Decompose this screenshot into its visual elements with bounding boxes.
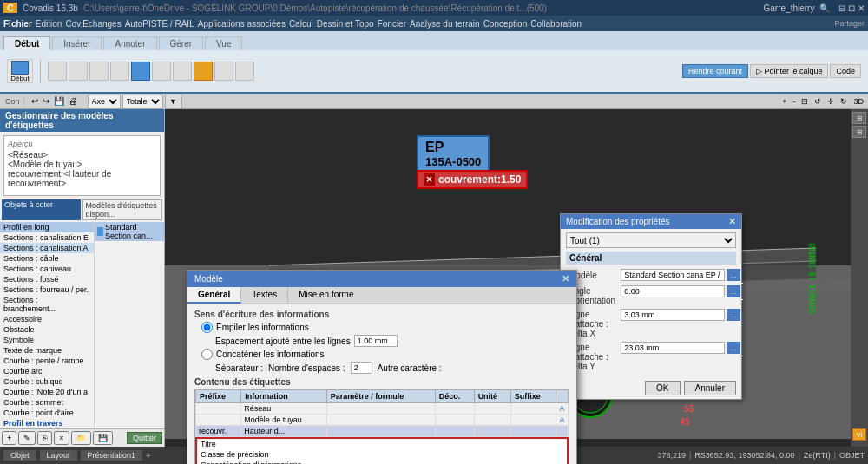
props-dialog-close[interactable]: ✕ <box>728 216 736 227</box>
icon-print[interactable]: 🖨 <box>67 96 79 106</box>
list-item-obstacle[interactable]: Obstacle <box>0 324 94 335</box>
list-item-acc[interactable]: Accessoire <box>0 314 94 324</box>
dd-item-concat[interactable]: Concaténation d'informations <box>197 460 567 464</box>
list-item-canal2[interactable]: Sections : canalisation A <box>0 243 94 253</box>
list-item-fosse[interactable]: Sections : fossé <box>0 274 94 284</box>
table-row-0[interactable]: Réseau A <box>196 403 569 415</box>
icon-move[interactable]: ✛ <box>825 96 837 107</box>
btn-del-model[interactable]: × <box>54 431 69 445</box>
btn-cancel[interactable]: Annuler <box>684 381 736 395</box>
models-section-label[interactable]: Modèles d'étiquettes dispon... <box>82 199 163 220</box>
btn-ok[interactable]: OK <box>645 381 680 395</box>
radio-concat-input[interactable] <box>201 349 213 360</box>
list-item-profil[interactable]: Profil en long <box>0 222 94 232</box>
table-row-2[interactable]: recouvr. Hauteur d... <box>196 426 569 437</box>
prop-btn-deltay[interactable]: ... <box>727 342 740 354</box>
prop-input-deltax[interactable] <box>621 309 725 321</box>
menu-collaboration[interactable]: Collaboration <box>530 19 582 29</box>
icon-zoom-out[interactable]: - <box>790 96 798 107</box>
tab-annoter[interactable]: Annoter <box>103 36 156 50</box>
share-btn[interactable]: Partager <box>834 19 865 28</box>
tab-inserer[interactable]: Insérer <box>52 36 102 50</box>
tab-layout[interactable]: Layout <box>40 450 77 461</box>
prop-btn-model[interactable]: ... <box>727 269 740 281</box>
list-item-note20[interactable]: Courbe : 'Note 20 d'un a <box>0 387 94 397</box>
icon-zoom-fit[interactable]: ⊡ <box>799 96 811 107</box>
tab-presentation[interactable]: Présentation1 <box>81 450 143 461</box>
list-item-cable[interactable]: Sections : câble <box>0 253 94 264</box>
model-item-standard[interactable]: Standard Section can... <box>95 222 164 241</box>
btn-copy-model[interactable]: ⎘ <box>37 431 52 445</box>
prop-btn-angle[interactable]: ... <box>727 285 740 297</box>
props-count-select[interactable]: Tout (1) <box>566 232 736 248</box>
btn-pointer-calque[interactable]: ▷ Pointer le calque <box>750 64 829 78</box>
dd-item-titre[interactable]: Titre <box>197 439 567 449</box>
btn-add-model[interactable]: + <box>2 431 16 445</box>
btn-dropdown-extra[interactable]: ▼ <box>165 95 182 108</box>
icon-rotate[interactable]: ↻ <box>838 96 850 107</box>
btn-rendre-courant[interactable]: Rendre courant <box>682 64 748 78</box>
list-item-profil-travers[interactable]: Profil en travers <box>0 418 94 428</box>
btn-quitter[interactable]: Quitter <box>127 432 162 444</box>
menu-foncier[interactable]: Foncier <box>378 19 406 29</box>
dd-item-classe[interactable]: Classe de précision <box>197 449 567 460</box>
row0-scroll[interactable]: A <box>556 403 569 415</box>
toolbar-btn-1[interactable] <box>48 62 67 81</box>
totale-select[interactable]: Totale <box>122 95 163 108</box>
model-editor-close[interactable]: ✕ <box>562 273 569 284</box>
btn-save-model[interactable]: 💾 <box>93 431 113 445</box>
close-cover-btn[interactable]: × <box>424 173 435 186</box>
tab-general[interactable]: Général <box>187 287 241 304</box>
menu-autopiste[interactable]: AutoPISTE / RAIL <box>125 19 194 29</box>
toolbar-btn-9[interactable] <box>214 62 233 81</box>
prop-btn-deltax[interactable]: ... <box>727 309 740 321</box>
list-item-pente[interactable]: Courbe : pente / rampe <box>0 356 94 366</box>
menu-calcul[interactable]: Calcul <box>289 19 313 29</box>
strip-btn-1[interactable]: ⊞ <box>852 112 866 124</box>
prop-input-deltay[interactable] <box>621 342 725 354</box>
btn-edit-model[interactable]: ✎ <box>18 431 36 445</box>
icon-save[interactable]: 💾 <box>52 96 66 106</box>
menu-analyse[interactable]: Analyse du terrain <box>410 19 480 29</box>
axis-select[interactable]: Axe <box>88 95 121 108</box>
list-item-branche[interactable]: Sections : branchement... <box>0 295 94 314</box>
btn-ortho[interactable]: Con <box>2 97 24 106</box>
toolbar-btn-5[interactable] <box>131 62 150 81</box>
tab-mise-en-forme[interactable]: Mise en forme <box>288 287 364 304</box>
toolbar-btn-2[interactable] <box>69 62 88 81</box>
nb-spaces-input[interactable] <box>351 362 372 374</box>
list-item-pt-aire[interactable]: Courbe : point d'aire <box>0 408 94 418</box>
list-item-canal1[interactable]: Sections : canalisation E <box>0 232 94 243</box>
prop-input-angle[interactable] <box>621 285 725 297</box>
list-item-arc[interactable]: Courbe arc <box>0 366 94 376</box>
menu-conception[interactable]: Conception <box>483 19 528 29</box>
toolbar-btn-10[interactable] <box>235 62 254 81</box>
btn-add-tab[interactable]: + <box>146 451 151 461</box>
menu-applications[interactable]: Applications associées <box>198 19 286 29</box>
table-row-1[interactable]: Modèle de tuyau A <box>196 415 569 426</box>
spacing-input[interactable] <box>354 335 398 347</box>
menu-edition[interactable]: Edition <box>36 19 62 29</box>
strip-btn-vi[interactable]: VI <box>852 428 866 441</box>
tab-objet[interactable]: Objet <box>3 450 36 461</box>
toolbar-btn-6[interactable] <box>152 62 171 81</box>
row1-scroll[interactable]: A <box>556 415 569 426</box>
menu-cov[interactable]: Cov.Echanges <box>65 19 121 29</box>
prop-input-model[interactable] <box>621 269 725 281</box>
list-item-caniveau[interactable]: Sections : caniveau <box>0 264 94 274</box>
icon-zoom-in[interactable]: + <box>779 96 789 107</box>
toolbar-btn-3[interactable] <box>89 62 108 81</box>
icon-undo[interactable]: ↩ <box>30 96 40 106</box>
objects-section-label[interactable]: Objets à coter <box>2 199 81 220</box>
list-item-cubique[interactable]: Courbe : cubique <box>0 376 94 387</box>
tab-gerer[interactable]: Gérer <box>159 36 204 50</box>
list-item-symbole[interactable]: Symbole <box>0 335 94 345</box>
list-item-sommet[interactable]: Courbe : sommet <box>0 397 94 408</box>
strip-btn-2[interactable]: ⊞ <box>852 126 866 138</box>
list-item-texte[interactable]: Texte de marque <box>0 345 94 356</box>
toolbar-btn-highlight[interactable] <box>194 62 213 81</box>
toolbar-btn-7[interactable] <box>173 62 192 81</box>
radio-pile-input[interactable] <box>201 322 213 333</box>
list-item-fourreau[interactable]: Sections : fourreau / per. <box>0 284 94 295</box>
btn-debut[interactable]: Début <box>7 59 33 83</box>
